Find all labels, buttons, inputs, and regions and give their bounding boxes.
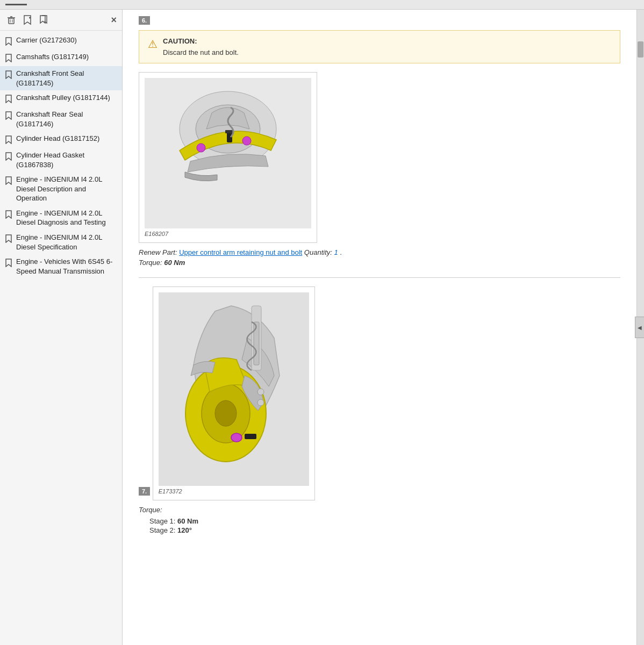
- scrollbar-thumb[interactable]: [638, 41, 643, 58]
- sidebar-item-label: Crankshaft Front Seal (G1817145): [16, 69, 118, 88]
- bookmark-icon: [4, 53, 13, 63]
- sidebar-item-label: Crankshaft Pulley (G1817144): [16, 93, 110, 103]
- sidebar-item-label: Engine - INGENIUM I4 2.0L Diesel Diagnos…: [16, 209, 118, 227]
- step-6-image-box: E168207: [139, 72, 317, 243]
- content-area: ◀ 6. ⚠ CAUTION: Discard the nut and bolt…: [123, 10, 644, 645]
- sidebar-item-engine-desc[interactable]: Engine - INGENIUM I4 2.0L Diesel Descrip…: [0, 172, 122, 206]
- stage1-label: Stage 1:: [149, 517, 177, 525]
- main-layout: × Carrier (G2172630) Camshafts (G1817149…: [0, 10, 644, 645]
- step-7-torque-label: Torque:: [139, 506, 620, 514]
- step-7-illustration: [159, 292, 309, 486]
- step-6-torque: Torque: 60 Nm: [139, 259, 620, 267]
- bookmark-icon: [4, 151, 13, 162]
- step-6-label: 6.: [139, 16, 150, 25]
- quantity-value: 1: [334, 248, 338, 256]
- renew-part-prefix: Renew Part:: [139, 248, 179, 256]
- sidebar-item-crankshaft-rear[interactable]: Crankshaft Rear Seal (G1817146): [0, 107, 122, 131]
- step-6-svg: [147, 81, 309, 226]
- bookmark-icon: [4, 110, 13, 121]
- step-7-label: 7.: [139, 487, 150, 496]
- sidebar-item-carrier[interactable]: Carrier (G2172630): [0, 33, 122, 49]
- delete-icon[interactable]: [5, 14, 17, 26]
- svg-point-15: [215, 400, 237, 426]
- bookmark-icon: [4, 134, 13, 145]
- step-7-image: [159, 292, 309, 486]
- stage2-value: 120°: [177, 526, 192, 534]
- stage1-value: 60 Nm: [177, 517, 198, 525]
- caution-text: Discard the nut and bolt.: [163, 48, 239, 56]
- sidebar-item-engine-spec[interactable]: Engine - INGENIUM I4 2.0L Diesel Specifi…: [0, 230, 122, 254]
- top-bar: [0, 0, 644, 10]
- sidebar-item-crankshaft-front[interactable]: Crankshaft Front Seal (G1817145): [0, 66, 122, 90]
- bookmark-icon: [4, 233, 13, 244]
- quantity-prefix: Quantity:: [302, 248, 334, 256]
- collapse-sidebar-button[interactable]: ◀: [635, 317, 644, 338]
- sidebar: × Carrier (G2172630) Camshafts (G1817149…: [0, 10, 123, 645]
- add-bookmark-icon[interactable]: [22, 14, 33, 26]
- top-bar-line: [5, 4, 27, 5]
- sidebar-item-label: Camshafts (G1817149): [16, 52, 89, 62]
- step-7-stage2: Stage 2: 120°: [139, 526, 620, 534]
- svg-point-16: [231, 433, 242, 442]
- torque-value: 60 Nm: [164, 259, 185, 267]
- sidebar-item-label: Engine - Vehicles With 6S45 6-Speed Manu…: [16, 257, 118, 276]
- renew-part-link[interactable]: Upper control arm retaining nut and bolt: [179, 248, 302, 256]
- step-6-block: 6. ⚠ CAUTION: Discard the nut and bolt.: [139, 15, 620, 267]
- step-7-stage1: Stage 1: 60 Nm: [139, 517, 620, 525]
- manage-bookmarks-icon[interactable]: [38, 14, 49, 26]
- sidebar-item-label: Engine - INGENIUM I4 2.0L Diesel Specifi…: [16, 233, 118, 252]
- sidebar-item-cylinder-head-gasket[interactable]: Cylinder Head Gasket (G1867838): [0, 148, 122, 172]
- caution-icon: ⚠: [148, 38, 158, 51]
- caution-box: ⚠ CAUTION: Discard the nut and bolt.: [139, 30, 620, 63]
- svg-point-21: [257, 399, 264, 406]
- step-7-image-caption: E173372: [159, 488, 309, 494]
- svg-point-10: [242, 137, 251, 145]
- sidebar-item-engine-vehicles[interactable]: Engine - Vehicles With 6S45 6-Speed Manu…: [0, 254, 122, 278]
- sidebar-close-button[interactable]: ×: [111, 15, 117, 26]
- sidebar-item-cylinder-head[interactable]: Cylinder Head (G1817152): [0, 131, 122, 148]
- sidebar-toolbar: ×: [0, 10, 122, 31]
- sidebar-item-label: Cylinder Head Gasket (G1867838): [16, 150, 118, 169]
- content-scroll[interactable]: 6. ⚠ CAUTION: Discard the nut and bolt.: [123, 10, 636, 645]
- sidebar-item-label: Cylinder Head (G1817152): [16, 134, 99, 144]
- bookmark-icon: [4, 36, 13, 47]
- bookmark-icon: [4, 69, 13, 80]
- sidebar-item-label: Engine - INGENIUM I4 2.0L Diesel Descrip…: [16, 175, 118, 203]
- step-6-illustration: [145, 78, 311, 228]
- bookmark-icon: [4, 257, 13, 268]
- stage2-label: Stage 2:: [149, 526, 177, 534]
- svg-rect-0: [9, 18, 14, 24]
- step-6-image-caption: E168207: [145, 231, 311, 237]
- step-7-image-box: E173372: [153, 286, 315, 500]
- sidebar-item-crankshaft-pulley[interactable]: Crankshaft Pulley (G1817144): [0, 90, 122, 107]
- sidebar-toolbar-left: [5, 14, 49, 26]
- step-6-image: [145, 78, 311, 228]
- bookmark-icon: [4, 175, 13, 186]
- caution-label: CAUTION:: [163, 37, 239, 45]
- svg-point-20: [257, 389, 264, 395]
- step-6-part-info: Renew Part: Upper control arm retaining …: [139, 248, 620, 256]
- bookmark-icon: [4, 209, 13, 220]
- page-content: 6. ⚠ CAUTION: Discard the nut and bolt.: [123, 10, 636, 645]
- sidebar-item-engine-diag[interactable]: Engine - INGENIUM I4 2.0L Diesel Diagnos…: [0, 206, 122, 230]
- step-divider: [139, 277, 620, 278]
- step-7-block: 7.: [139, 286, 620, 534]
- sidebar-item-label: Carrier (G2172630): [16, 35, 77, 45]
- sidebar-item-camshafts[interactable]: Camshafts (G1817149): [0, 49, 122, 66]
- svg-point-9: [197, 144, 205, 152]
- caution-content: CAUTION: Discard the nut and bolt.: [163, 37, 239, 56]
- step-7-svg: [161, 295, 306, 483]
- sidebar-list: Carrier (G2172630) Camshafts (G1817149) …: [0, 31, 122, 645]
- torque-label: Torque:: [139, 259, 164, 267]
- svg-rect-17: [245, 434, 256, 439]
- bookmark-icon: [4, 94, 13, 104]
- sidebar-item-label: Crankshaft Rear Seal (G1817146): [16, 110, 118, 128]
